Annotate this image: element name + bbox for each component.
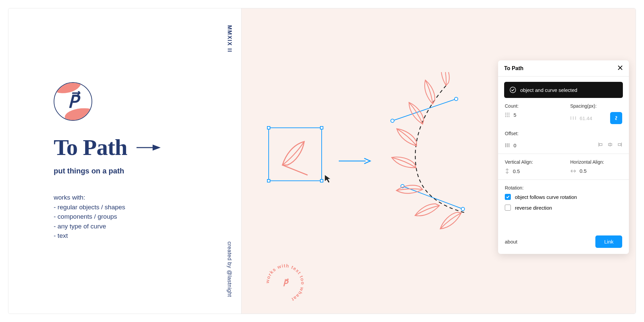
svg-rect-24 — [508, 143, 509, 147]
svg-rect-15 — [508, 114, 509, 115]
svg-rect-12 — [508, 113, 509, 114]
leaf-source-object — [269, 128, 323, 182]
valign-label: Vertical Align: — [505, 159, 557, 165]
resize-handle-bl[interactable] — [267, 179, 270, 182]
halign-label: Horizontal Align: — [570, 159, 622, 165]
svg-rect-19 — [571, 116, 571, 120]
spacing-icon — [570, 116, 576, 120]
cursor-pointer-icon — [324, 174, 332, 183]
follow-rotation-checkbox[interactable] — [505, 194, 511, 200]
resize-handle-tr[interactable] — [320, 126, 323, 129]
check-circle-icon — [509, 87, 516, 93]
result-preview — [382, 72, 483, 230]
works-item: - regular objects / shapes — [54, 203, 228, 212]
status-bar: object and curve selected — [504, 82, 623, 98]
plugin-subtitle: put things on a path — [54, 167, 228, 175]
resize-handle-tl[interactable] — [267, 126, 270, 129]
svg-line-5 — [402, 186, 463, 209]
circular-badge-center: P⃗ — [283, 279, 287, 288]
align-start-button[interactable] — [598, 142, 603, 148]
author-credit: created by @lastnight — [226, 241, 232, 297]
selection-bounding-box[interactable] — [268, 127, 322, 181]
works-heading: works with: — [54, 193, 228, 203]
svg-point-7 — [461, 207, 465, 211]
left-info-panel: MMXIX II P⃗ To Path put things on a path… — [8, 8, 241, 314]
svg-rect-30 — [618, 144, 621, 146]
rotation-label: Rotation: — [505, 185, 622, 191]
roman-numeral-date: MMXIX II — [226, 25, 232, 53]
svg-point-4 — [454, 97, 458, 101]
link-button[interactable]: Link — [595, 235, 622, 248]
plugin-panel: To Path object and curve selected Count:… — [498, 60, 629, 254]
vertical-arrows-icon — [505, 168, 509, 174]
offset-label: Offset: — [505, 131, 622, 136]
works-item: - text — [54, 231, 228, 241]
svg-rect-23 — [507, 143, 508, 147]
svg-rect-10 — [505, 113, 506, 114]
svg-rect-20 — [573, 116, 574, 120]
works-item: - any type of curve — [54, 222, 228, 231]
plugin-title: To Path — [54, 134, 127, 161]
svg-rect-18 — [508, 116, 509, 117]
svg-rect-16 — [505, 116, 506, 117]
logo-letter: P⃗ — [68, 92, 78, 112]
svg-rect-14 — [507, 114, 508, 115]
svg-rect-13 — [505, 114, 506, 115]
about-link[interactable]: about — [505, 239, 518, 245]
check-icon — [506, 195, 510, 199]
transform-arrow-icon — [339, 156, 372, 166]
document-frame: MMXIX II P⃗ To Path put things on a path… — [8, 8, 636, 314]
works-with-list: works with: - regular objects / shapes -… — [54, 193, 228, 241]
plugin-panel-title: To Path — [504, 65, 523, 71]
link-icon — [613, 115, 619, 121]
svg-rect-26 — [599, 144, 602, 146]
horizontal-arrows-icon — [570, 169, 576, 173]
count-input[interactable]: 5 — [514, 112, 516, 118]
offset-input[interactable]: 0 — [514, 143, 516, 148]
spacing-label: Spacing(px): — [570, 103, 622, 109]
count-label: Count: — [505, 103, 557, 109]
resize-handle-br[interactable] — [320, 179, 323, 182]
status-text: object and curve selected — [520, 87, 577, 93]
valign-input[interactable]: 0.5 — [513, 168, 520, 174]
columns-icon — [505, 143, 510, 148]
halign-input[interactable]: 0.5 — [580, 168, 587, 174]
svg-point-3 — [391, 119, 394, 122]
svg-rect-17 — [507, 116, 508, 117]
plugin-logo: P⃗ — [54, 82, 92, 121]
circular-text-badge: works with text too whaat P⃗ — [263, 262, 307, 305]
spacing-input[interactable]: 61.44 — [580, 115, 592, 121]
works-item: - components / groups — [54, 212, 228, 222]
align-end-button[interactable] — [617, 142, 622, 148]
svg-rect-11 — [507, 113, 508, 114]
arrow-right-icon — [137, 143, 161, 152]
link-values-toggle[interactable] — [610, 112, 622, 124]
reverse-direction-label: reverse direction — [515, 205, 552, 211]
reverse-direction-checkbox[interactable] — [505, 205, 511, 211]
grid-icon — [505, 112, 510, 118]
svg-rect-22 — [505, 143, 506, 147]
close-icon — [618, 65, 623, 70]
canvas-preview: works with text too whaat P⃗ To Path obj… — [241, 8, 636, 314]
svg-rect-21 — [575, 116, 576, 120]
follow-rotation-label: object follows curve rotation — [515, 194, 577, 200]
svg-point-9 — [510, 87, 516, 93]
align-center-button[interactable] — [607, 142, 613, 148]
close-button[interactable] — [618, 65, 623, 71]
